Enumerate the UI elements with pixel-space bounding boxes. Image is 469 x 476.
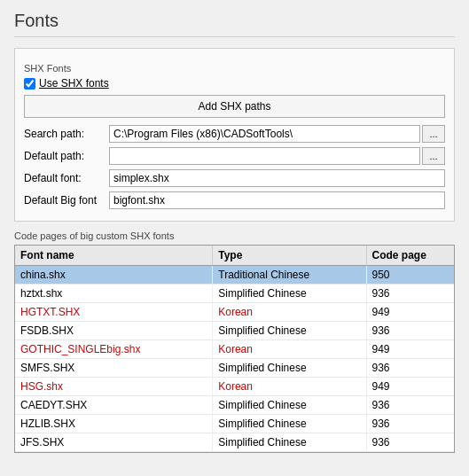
cell-type: Simplified Chinese <box>213 415 366 433</box>
cell-codepage: 950 <box>366 266 454 285</box>
cell-fontname: china.shx <box>15 266 213 285</box>
cell-type: Traditional Chinese <box>213 266 366 285</box>
search-path-input[interactable] <box>109 125 420 143</box>
default-path-browse-button[interactable]: ... <box>422 147 445 165</box>
table-row[interactable]: CAEDYT.SHXSimplified Chinese936 <box>15 396 454 415</box>
cell-codepage: 936 <box>366 359 454 378</box>
table-row[interactable]: GOTHIC_SINGLEbig.shxKorean949 <box>15 340 454 359</box>
cell-type: Korean <box>213 340 366 359</box>
cell-type: Simplified Chinese <box>213 433 366 452</box>
col-header-fontname: Font name <box>15 246 213 266</box>
cell-codepage: 949 <box>366 340 454 359</box>
page-title: Fonts <box>14 11 455 37</box>
search-path-browse-button[interactable]: ... <box>422 125 445 143</box>
font-table: Font name Type Code page china.shxTradit… <box>15 246 454 452</box>
cell-type: Simplified Chinese <box>213 396 366 415</box>
search-path-label: Search path: <box>24 128 109 140</box>
table-row[interactable]: HZLIB.SHXSimplified Chinese936 <box>15 415 454 433</box>
cell-codepage: 936 <box>366 433 454 452</box>
cell-fontname: hztxt.shx <box>15 285 213 303</box>
cell-codepage: 936 <box>366 322 454 340</box>
default-path-label: Default path: <box>24 150 109 162</box>
shx-section-label: SHX Fonts <box>24 63 445 74</box>
font-table-body: china.shxTraditional Chinese950hztxt.shx… <box>15 266 454 452</box>
table-row[interactable]: hztxt.shxSimplified Chinese936 <box>15 285 454 303</box>
default-big-font-label: Default Big font <box>24 194 109 207</box>
cell-codepage: 949 <box>366 303 454 322</box>
cell-fontname: HGTXT.SHX <box>15 303 213 322</box>
default-font-input[interactable] <box>109 169 445 187</box>
cell-fontname: HZLIB.SHX <box>15 415 213 433</box>
table-header-row: Font name Type Code page <box>15 246 454 266</box>
table-row[interactable]: JFS.SHXSimplified Chinese936 <box>15 433 454 452</box>
default-big-font-input[interactable] <box>109 191 445 209</box>
table-row[interactable]: SMFS.SHXSimplified Chinese936 <box>15 359 454 378</box>
cell-type: Korean <box>213 303 366 322</box>
col-header-codepage: Code page <box>366 246 454 266</box>
cell-type: Simplified Chinese <box>213 285 366 303</box>
code-pages-label: Code pages of big custom SHX fonts <box>14 230 455 241</box>
cell-fontname: HSG.shx <box>15 378 213 396</box>
cell-codepage: 936 <box>366 415 454 433</box>
add-shx-button[interactable]: Add SHX paths <box>24 95 445 118</box>
default-path-input[interactable] <box>109 147 420 165</box>
use-shx-checkbox[interactable] <box>24 78 35 90</box>
col-header-type: Type <box>213 246 366 266</box>
cell-codepage: 936 <box>366 285 454 303</box>
table-row[interactable]: HGTXT.SHXKorean949 <box>15 303 454 322</box>
cell-type: Simplified Chinese <box>213 359 366 378</box>
cell-fontname: FSDB.SHX <box>15 322 213 340</box>
cell-codepage: 936 <box>366 396 454 415</box>
cell-codepage: 949 <box>366 378 454 396</box>
cell-type: Simplified Chinese <box>213 322 366 340</box>
table-row[interactable]: FSDB.SHXSimplified Chinese936 <box>15 322 454 340</box>
default-font-label: Default font: <box>24 172 109 184</box>
cell-fontname: GOTHIC_SINGLEbig.shx <box>15 340 213 359</box>
use-shx-label[interactable]: Use SHX fonts <box>39 77 109 90</box>
cell-type: Korean <box>213 378 366 396</box>
cell-fontname: SMFS.SHX <box>15 359 213 378</box>
table-row[interactable]: HSG.shxKorean949 <box>15 378 454 396</box>
cell-fontname: JFS.SHX <box>15 433 213 452</box>
font-table-wrapper: Font name Type Code page china.shxTradit… <box>14 245 455 453</box>
table-row[interactable]: china.shxTraditional Chinese950 <box>15 266 454 285</box>
cell-fontname: CAEDYT.SHX <box>15 396 213 415</box>
